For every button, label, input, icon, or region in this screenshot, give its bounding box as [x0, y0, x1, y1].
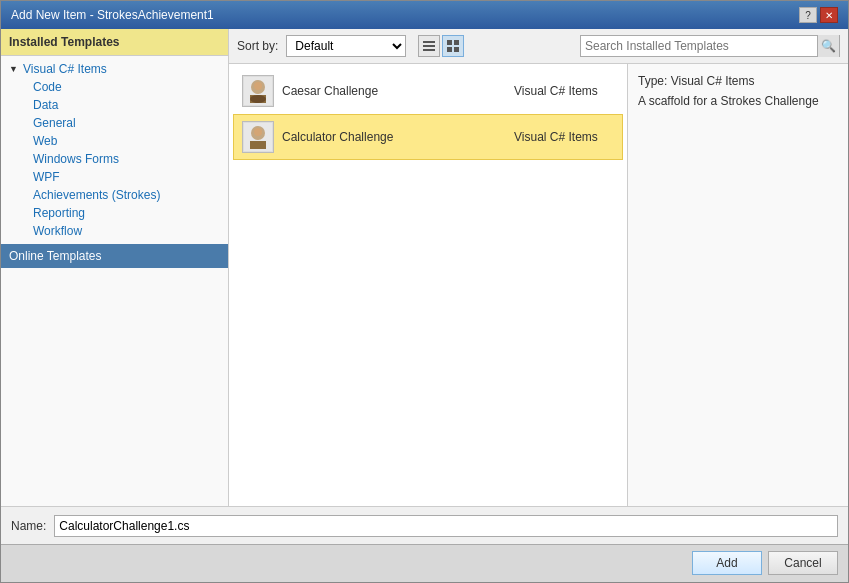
svg-rect-3 [447, 40, 452, 45]
svg-rect-1 [423, 45, 435, 47]
sidebar-item-label: General [33, 116, 76, 130]
sidebar-item-general[interactable]: General [1, 114, 228, 132]
name-input[interactable] [54, 515, 838, 537]
sort-select[interactable]: Default Name Date Created Type [286, 35, 406, 57]
title-bar-controls: ? ✕ [799, 7, 838, 23]
search-icon[interactable]: 🔍 [817, 35, 839, 57]
main-area: Installed Templates ▼ Visual C# Items Co… [1, 29, 848, 506]
svg-rect-4 [454, 40, 459, 45]
template-name-caesar: Caesar Challenge [282, 84, 506, 98]
close-button[interactable]: ✕ [820, 7, 838, 23]
sidebar-item-label: Data [33, 98, 58, 112]
sidebar-item-label: Visual C# Items [23, 62, 107, 76]
type-label: Type: [638, 74, 671, 88]
expand-icon: ▼ [9, 64, 19, 74]
sidebar-item-label: Windows Forms [33, 152, 119, 166]
svg-rect-6 [454, 47, 459, 52]
template-item-caesar[interactable]: Caesar Challenge Visual C# Items [233, 68, 623, 114]
svg-rect-16 [250, 141, 266, 149]
template-category-calculator: Visual C# Items [514, 130, 614, 144]
sidebar-item-label: Achievements (Strokes) [33, 188, 160, 202]
sidebar-item-code[interactable]: Code [1, 78, 228, 96]
template-list: Caesar Challenge Visual C# Items [229, 64, 628, 506]
sidebar-header: Installed Templates [1, 29, 228, 56]
template-category-caesar: Visual C# Items [514, 84, 614, 98]
template-panel: Caesar Challenge Visual C# Items [229, 64, 848, 506]
svg-point-14 [254, 128, 262, 136]
template-icon-caesar [242, 75, 274, 107]
info-panel: Type: Visual C# Items A scaffold for a S… [628, 64, 848, 506]
sidebar-item-label: Reporting [33, 206, 85, 220]
sidebar-item-data[interactable]: Data [1, 96, 228, 114]
grid-view-button[interactable] [442, 35, 464, 57]
template-icon-calculator [242, 121, 274, 153]
info-type: Type: Visual C# Items [638, 74, 838, 88]
sidebar-item-visual-csharp[interactable]: ▼ Visual C# Items [1, 60, 228, 78]
name-label: Name: [11, 519, 46, 533]
svg-rect-0 [423, 41, 435, 43]
dialog-window: Add New Item - StrokesAchievement1 ? ✕ I… [0, 0, 849, 583]
online-templates-label: Online Templates [9, 249, 102, 263]
info-description: A scaffold for a Strokes Challenge [638, 94, 838, 108]
search-input[interactable] [581, 36, 817, 56]
view-buttons [418, 35, 464, 57]
toolbar: Sort by: Default Name Date Created Type [229, 29, 848, 64]
online-templates-section[interactable]: Online Templates [1, 244, 228, 268]
content-area: Installed Templates ▼ Visual C# Items Co… [1, 29, 848, 582]
sidebar-item-achievements[interactable]: Achievements (Strokes) [1, 186, 228, 204]
svg-point-10 [254, 82, 262, 90]
svg-point-11 [250, 95, 266, 103]
title-bar: Add New Item - StrokesAchievement1 ? ✕ [1, 1, 848, 29]
add-button[interactable]: Add [692, 551, 762, 575]
sidebar-item-label: Workflow [33, 224, 82, 238]
right-panel: Sort by: Default Name Date Created Type [229, 29, 848, 506]
window-title: Add New Item - StrokesAchievement1 [11, 8, 214, 22]
help-button[interactable]: ? [799, 7, 817, 23]
sidebar: Installed Templates ▼ Visual C# Items Co… [1, 29, 229, 506]
sidebar-item-windows-forms[interactable]: Windows Forms [1, 150, 228, 168]
sidebar-item-label: Web [33, 134, 57, 148]
cancel-button[interactable]: Cancel [768, 551, 838, 575]
type-value: Visual C# Items [671, 74, 755, 88]
sidebar-item-web[interactable]: Web [1, 132, 228, 150]
sidebar-tree: ▼ Visual C# Items Code Data General Web [1, 56, 228, 244]
svg-rect-2 [423, 49, 435, 51]
sidebar-item-reporting[interactable]: Reporting [1, 204, 228, 222]
svg-rect-5 [447, 47, 452, 52]
sidebar-item-label: WPF [33, 170, 60, 184]
sidebar-item-wpf[interactable]: WPF [1, 168, 228, 186]
footer: Add Cancel [1, 544, 848, 582]
template-name-calculator: Calculator Challenge [282, 130, 506, 144]
template-item-calculator[interactable]: Calculator Challenge Visual C# Items [233, 114, 623, 160]
list-view-button[interactable] [418, 35, 440, 57]
sidebar-item-workflow[interactable]: Workflow [1, 222, 228, 240]
search-box: 🔍 [580, 35, 840, 57]
name-area: Name: [1, 506, 848, 544]
sort-label: Sort by: [237, 39, 278, 53]
sidebar-item-label: Code [33, 80, 62, 94]
